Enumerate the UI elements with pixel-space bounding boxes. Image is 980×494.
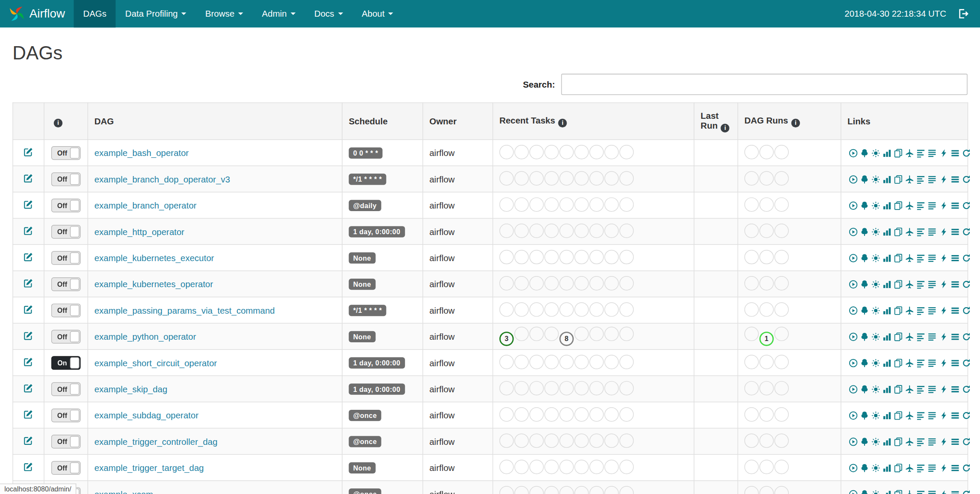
copy-icon[interactable] — [894, 438, 903, 447]
dag-pause-toggle[interactable]: Off — [51, 198, 81, 212]
edit-dag-button[interactable] — [23, 225, 34, 236]
plane-icon[interactable] — [905, 201, 914, 210]
refresh-icon[interactable] — [962, 490, 971, 494]
edit-dag-button[interactable] — [23, 330, 34, 341]
text-lines-icon[interactable] — [928, 201, 937, 210]
refresh-icon[interactable] — [962, 254, 971, 263]
dag-link[interactable]: example_skip_dag — [94, 384, 168, 394]
tree-icon[interactable] — [860, 490, 869, 494]
dag-link[interactable]: example_trigger_controller_dag — [94, 436, 218, 446]
lightning-icon[interactable] — [939, 201, 948, 210]
edit-dag-button[interactable] — [23, 435, 34, 446]
plane-icon[interactable] — [905, 359, 914, 368]
dag-link[interactable]: example_kubernetes_operator — [94, 279, 213, 289]
dag-pause-toggle[interactable]: Off — [51, 303, 81, 317]
plane-icon[interactable] — [905, 306, 914, 315]
dag-link[interactable]: example_xcom — [94, 489, 153, 494]
sunburst-icon[interactable] — [871, 280, 880, 289]
copy-icon[interactable] — [894, 254, 903, 263]
copy-icon[interactable] — [894, 175, 903, 184]
schedule-badge[interactable]: @once — [349, 488, 381, 494]
refresh-icon[interactable] — [962, 306, 971, 315]
tree-icon[interactable] — [860, 149, 869, 158]
play-circle-icon[interactable] — [849, 227, 858, 236]
schedule-badge[interactable]: @daily — [349, 200, 381, 211]
dag-link[interactable]: example_branch_dop_operator_v3 — [94, 174, 230, 184]
edit-dag-button[interactable] — [23, 278, 34, 288]
text-lines-icon[interactable] — [928, 227, 937, 236]
dag-pause-toggle[interactable]: Off — [51, 329, 81, 343]
logout-icon[interactable] — [957, 8, 968, 19]
dag-pause-toggle[interactable]: Off — [51, 435, 81, 448]
schedule-badge[interactable]: */1 * * * * — [349, 305, 387, 316]
menu-lines-icon[interactable] — [950, 227, 959, 236]
play-circle-icon[interactable] — [849, 438, 858, 447]
refresh-icon[interactable] — [962, 149, 971, 158]
dag-pause-toggle[interactable]: Off — [51, 461, 81, 474]
text-lines-icon[interactable] — [928, 438, 937, 447]
copy-icon[interactable] — [894, 201, 903, 210]
sunburst-icon[interactable] — [871, 490, 880, 494]
dag-pause-toggle[interactable]: Off — [51, 408, 81, 422]
schedule-badge[interactable]: @once — [349, 409, 381, 420]
tree-icon[interactable] — [860, 438, 869, 447]
dag-link[interactable]: example_bash_operator — [94, 148, 189, 158]
menu-lines-icon[interactable] — [950, 385, 959, 394]
nav-data-profiling[interactable]: Data Profiling — [116, 0, 196, 27]
dag-link[interactable]: example_branch_operator — [94, 200, 197, 210]
bar-chart-icon[interactable] — [883, 306, 891, 315]
sunburst-icon[interactable] — [871, 254, 880, 263]
plane-icon[interactable] — [905, 385, 914, 394]
bar-chart-icon[interactable] — [883, 149, 891, 158]
sunburst-icon[interactable] — [871, 201, 880, 210]
copy-icon[interactable] — [894, 227, 903, 236]
menu-lines-icon[interactable] — [950, 201, 959, 210]
tree-icon[interactable] — [860, 227, 869, 236]
tree-icon[interactable] — [860, 280, 869, 289]
sunburst-icon[interactable] — [871, 385, 880, 394]
dag-link[interactable]: example_passing_params_via_test_command — [94, 305, 275, 315]
sunburst-icon[interactable] — [871, 149, 880, 158]
refresh-icon[interactable] — [962, 175, 971, 184]
align-left-icon[interactable] — [916, 464, 925, 473]
plane-icon[interactable] — [905, 175, 914, 184]
dag-link[interactable]: example_python_operator — [94, 331, 196, 341]
edit-dag-button[interactable] — [23, 409, 34, 420]
play-circle-icon[interactable] — [849, 175, 858, 184]
sunburst-icon[interactable] — [871, 306, 880, 315]
edit-dag-button[interactable] — [23, 382, 34, 393]
edit-dag-button[interactable] — [23, 199, 34, 210]
bar-chart-icon[interactable] — [883, 464, 891, 473]
dag-link[interactable]: example_http_operator — [94, 226, 184, 236]
lightning-icon[interactable] — [939, 254, 948, 263]
lightning-icon[interactable] — [939, 438, 948, 447]
lightning-icon[interactable] — [939, 227, 948, 236]
tree-icon[interactable] — [860, 411, 869, 420]
lightning-icon[interactable] — [939, 385, 948, 394]
lightning-icon[interactable] — [939, 149, 948, 158]
refresh-icon[interactable] — [962, 359, 971, 368]
text-lines-icon[interactable] — [928, 254, 937, 263]
bar-chart-icon[interactable] — [883, 175, 891, 184]
refresh-icon[interactable] — [962, 385, 971, 394]
brand[interactable]: Airflow — [0, 0, 74, 27]
plane-icon[interactable] — [905, 438, 914, 447]
align-left-icon[interactable] — [916, 438, 925, 447]
schedule-badge[interactable]: 1 day, 0:00:00 — [349, 226, 405, 237]
align-left-icon[interactable] — [916, 201, 925, 210]
dag-pause-toggle[interactable]: On — [51, 356, 81, 369]
align-left-icon[interactable] — [916, 175, 925, 184]
schedule-badge[interactable]: None — [349, 462, 375, 473]
schedule-badge[interactable]: */1 * * * * — [349, 173, 387, 185]
nav-browse[interactable]: Browse — [196, 0, 253, 27]
bar-chart-icon[interactable] — [883, 227, 891, 236]
copy-icon[interactable] — [894, 280, 903, 289]
schedule-badge[interactable]: @once — [349, 436, 381, 447]
lightning-icon[interactable] — [939, 175, 948, 184]
dag-pause-toggle[interactable]: Off — [51, 251, 81, 265]
dag-pause-toggle[interactable]: Off — [51, 172, 81, 186]
schedule-badge[interactable]: None — [349, 252, 375, 263]
edit-dag-button[interactable] — [23, 173, 34, 183]
menu-lines-icon[interactable] — [950, 306, 959, 315]
align-left-icon[interactable] — [916, 385, 925, 394]
